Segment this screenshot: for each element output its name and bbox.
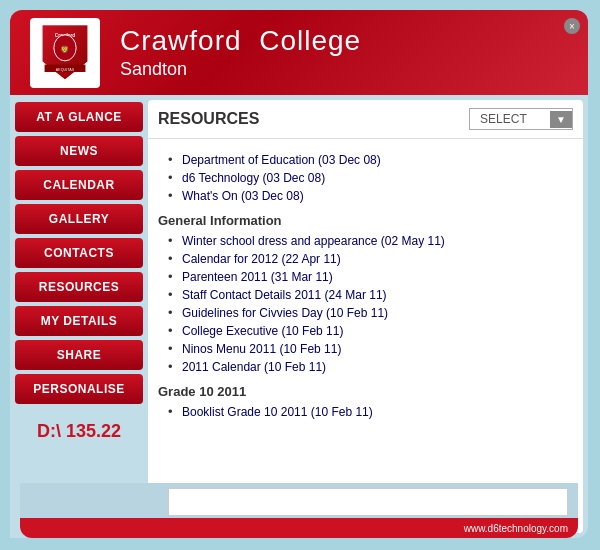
nav-item-news[interactable]: NEWS: [15, 136, 143, 166]
list-item: Ninos Menu 2011 (10 Feb 11): [168, 341, 573, 356]
list-item: Winter school dress and appearance (02 M…: [168, 233, 573, 248]
content-header: RESOURCES SELECT ▼: [148, 100, 583, 139]
resource-link[interactable]: 2011 Calendar (10 Feb 11): [182, 360, 326, 374]
resource-link[interactable]: Winter school dress and appearance (02 M…: [182, 234, 445, 248]
resource-link[interactable]: What's On (03 Dec 08): [182, 189, 304, 203]
nav-item-personalise[interactable]: PERSONALISE: [15, 374, 143, 404]
college-name-part1: Crawford: [120, 25, 242, 56]
sidebar: AT A GLANCE NEWS CALENDAR GALLERY CONTAC…: [10, 95, 148, 538]
resource-link[interactable]: Ninos Menu 2011 (10 Feb 11): [182, 342, 341, 356]
main-content-panel: RESOURCES SELECT ▼ Department of Educati…: [148, 100, 583, 533]
svg-text:🦁: 🦁: [61, 45, 71, 54]
list-item: Guidelines for Civvies Day (10 Feb 11): [168, 305, 573, 320]
college-name: Crawford College: [120, 25, 361, 57]
college-subtitle: Sandton: [120, 59, 361, 80]
resource-link[interactable]: Booklist Grade 10 2011 (10 Feb 11): [182, 405, 373, 419]
resource-link[interactable]: Department of Education (03 Dec 08): [182, 153, 381, 167]
main-container: Crawford 🦁 AEQUITAS Crawford College San…: [10, 10, 588, 538]
content-body: Department of Education (03 Dec 08) d6 T…: [148, 139, 583, 533]
list-item: Staff Contact Details 2011 (24 Mar 11): [168, 287, 573, 302]
nav-item-gallery[interactable]: GALLERY: [15, 204, 143, 234]
footer-area: www.d6technology.com: [20, 483, 578, 538]
select-label: SELECT: [470, 109, 550, 129]
college-name-part2: College: [259, 25, 361, 56]
grade10-resource-list: Booklist Grade 10 2011 (10 Feb 11): [168, 404, 573, 419]
close-button[interactable]: ×: [564, 18, 580, 34]
body-layout: AT A GLANCE NEWS CALENDAR GALLERY CONTAC…: [10, 95, 588, 538]
nav-item-share[interactable]: SHARE: [15, 340, 143, 370]
nav-item-at-a-glance[interactable]: AT A GLANCE: [15, 102, 143, 132]
list-item: Department of Education (03 Dec 08): [168, 152, 573, 167]
section-title-general: General Information: [158, 213, 573, 228]
resource-link[interactable]: d6 Technology (03 Dec 08): [182, 171, 325, 185]
svg-text:AEQUITAS: AEQUITAS: [56, 68, 75, 72]
footer-url-bar: www.d6technology.com: [20, 518, 578, 538]
section-title-grade10: Grade 10 2011: [158, 384, 573, 399]
resource-link[interactable]: College Executive (10 Feb 11): [182, 324, 343, 338]
nav-item-contacts[interactable]: CONTACTS: [15, 238, 143, 268]
header: Crawford 🦁 AEQUITAS Crawford College San…: [10, 10, 588, 95]
list-item: Calendar for 2012 (22 Apr 11): [168, 251, 573, 266]
select-dropdown[interactable]: SELECT ▼: [469, 108, 573, 130]
drive-info: D:\ 135.22: [10, 416, 148, 447]
list-item: What's On (03 Dec 08): [168, 188, 573, 203]
top-resource-list: Department of Education (03 Dec 08) d6 T…: [168, 152, 573, 203]
footer-url-text: www.d6technology.com: [464, 523, 568, 534]
nav-item-my-details[interactable]: MY DETAILS: [15, 306, 143, 336]
nav-item-resources[interactable]: RESOURCES: [15, 272, 143, 302]
resource-link[interactable]: Calendar for 2012 (22 Apr 11): [182, 252, 341, 266]
general-resource-list: Winter school dress and appearance (02 M…: [168, 233, 573, 374]
resource-link[interactable]: Staff Contact Details 2011 (24 Mar 11): [182, 288, 387, 302]
list-item: Booklist Grade 10 2011 (10 Feb 11): [168, 404, 573, 419]
content-title: RESOURCES: [158, 110, 259, 128]
list-item: College Executive (10 Feb 11): [168, 323, 573, 338]
footer-input[interactable]: [168, 488, 568, 516]
nav-item-calendar[interactable]: CALENDAR: [15, 170, 143, 200]
college-logo: Crawford 🦁 AEQUITAS: [30, 18, 100, 88]
header-title: Crawford College Sandton: [120, 25, 361, 80]
resource-link[interactable]: Guidelines for Civvies Day (10 Feb 11): [182, 306, 388, 320]
list-item: 2011 Calendar (10 Feb 11): [168, 359, 573, 374]
dropdown-arrow-icon[interactable]: ▼: [550, 111, 572, 128]
resource-link[interactable]: Parenteen 2011 (31 Mar 11): [182, 270, 333, 284]
list-item: Parenteen 2011 (31 Mar 11): [168, 269, 573, 284]
footer-input-row: [20, 483, 578, 518]
list-item: d6 Technology (03 Dec 08): [168, 170, 573, 185]
